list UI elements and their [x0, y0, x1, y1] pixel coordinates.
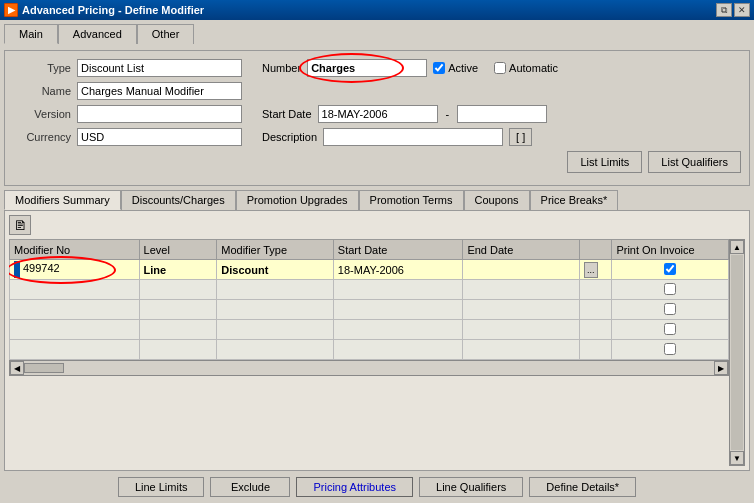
form-row-name: Name	[13, 82, 741, 100]
start-date-cell	[333, 280, 463, 300]
modifier-no-cell	[10, 340, 140, 360]
list-qualifiers-button[interactable]: List Qualifiers	[648, 151, 741, 173]
form-row-version: Version Start Date -	[13, 105, 741, 123]
list-limits-button[interactable]: List Limits	[567, 151, 642, 173]
window-body: Main Advanced Other Type Number Active A…	[0, 20, 754, 503]
print-invoice-checkbox[interactable]	[664, 303, 676, 315]
scroll-down-button[interactable]: ▼	[730, 451, 744, 465]
tab-promotion-upgrades[interactable]: Promotion Upgrades	[236, 190, 359, 210]
currency-label: Currency	[13, 131, 71, 143]
app-icon: ▶	[4, 3, 18, 17]
modifier-no-cell	[10, 280, 140, 300]
start-date-cell: 18-MAY-2006	[333, 260, 463, 280]
modifiers-table: Modifier No Level Modifier Type Start Da…	[9, 239, 729, 360]
end-date-cell	[463, 320, 580, 340]
col-header-dots	[580, 240, 612, 260]
tab-modifiers-summary[interactable]: Modifiers Summary	[4, 190, 121, 210]
exclude-button[interactable]: Exclude	[210, 477, 290, 497]
tab-advanced[interactable]: Advanced	[58, 24, 137, 44]
window-controls: ⧉ ✕	[716, 3, 750, 17]
start-date-label: Start Date	[262, 108, 312, 120]
dots-cell	[580, 300, 612, 320]
scroll-left-button[interactable]: ◀	[10, 361, 24, 375]
print-invoice-checkbox[interactable]	[664, 343, 676, 355]
vertical-scrollbar[interactable]: ▲ ▼	[729, 239, 745, 466]
modifier-no-value: 499742	[23, 262, 60, 274]
window-title: Advanced Pricing - Define Modifier	[22, 4, 204, 16]
table-area: 🖹 Modifier No Level Modifier Type Start …	[4, 210, 750, 471]
start-date-cell	[333, 340, 463, 360]
table-scroll: Modifier No Level Modifier Type Start Da…	[9, 239, 729, 466]
line-limits-button[interactable]: Line Limits	[118, 477, 205, 497]
level-cell	[139, 280, 217, 300]
modifier-no-cell: 499742	[10, 260, 140, 280]
scroll-thumb	[24, 363, 64, 373]
tab-coupons[interactable]: Coupons	[464, 190, 530, 210]
table-row[interactable]	[10, 300, 729, 320]
active-checkbox[interactable]	[433, 62, 445, 74]
automatic-checkbox[interactable]	[494, 62, 506, 74]
modifier-no-cell	[10, 300, 140, 320]
print-invoice-checkbox[interactable]	[664, 283, 676, 295]
col-header-print-invoice: Print On Invoice	[612, 240, 729, 260]
type-input[interactable]	[77, 59, 242, 77]
dots-cell	[580, 320, 612, 340]
table-row[interactable]	[10, 340, 729, 360]
line-qualifiers-button[interactable]: Line Qualifiers	[419, 477, 523, 497]
currency-input[interactable]	[77, 128, 242, 146]
bracket-button[interactable]: [ ]	[509, 128, 532, 146]
start-date-cell	[333, 300, 463, 320]
restore-button[interactable]: ⧉	[716, 3, 732, 17]
inner-tab-bar: Modifiers Summary Discounts/Charges Prom…	[4, 190, 750, 210]
start-date-input[interactable]	[318, 105, 438, 123]
form-row-type: Type Number Active Automatic	[13, 59, 741, 77]
scroll-up-button[interactable]: ▲	[730, 240, 744, 254]
number-input[interactable]	[307, 59, 427, 77]
horizontal-scrollbar[interactable]: ◀ ▶	[9, 360, 729, 376]
pricing-attributes-button[interactable]: Pricing Attributes	[296, 477, 413, 497]
col-header-modifier-type: Modifier Type	[217, 240, 334, 260]
description-label: Description	[262, 131, 317, 143]
table-row[interactable]	[10, 280, 729, 300]
table-row[interactable]	[10, 320, 729, 340]
modifier-type-cell	[217, 280, 334, 300]
table-row[interactable]: 499742LineDiscount18-MAY-2006...	[10, 260, 729, 280]
tab-price-breaks[interactable]: Price Breaks*	[530, 190, 619, 210]
level-cell: Line	[139, 260, 217, 280]
dots-cell: ...	[580, 260, 612, 280]
row-indicator	[14, 261, 20, 278]
toolbar-icon-button[interactable]: 🖹	[9, 215, 31, 235]
define-details-button[interactable]: Define Details*	[529, 477, 636, 497]
form-row-currency: Currency Description [ ]	[13, 128, 741, 146]
col-header-modifier-no: Modifier No	[10, 240, 140, 260]
scroll-right-button[interactable]: ▶	[714, 361, 728, 375]
level-cell	[139, 300, 217, 320]
close-button[interactable]: ✕	[734, 3, 750, 17]
end-date-input[interactable]	[457, 105, 547, 123]
tab-other[interactable]: Other	[137, 24, 195, 44]
dots-button[interactable]: ...	[584, 262, 598, 278]
tab-discounts-charges[interactable]: Discounts/Charges	[121, 190, 236, 210]
description-input[interactable]	[323, 128, 503, 146]
modifier-type-cell	[217, 340, 334, 360]
level-cell	[139, 340, 217, 360]
table-container: Modifier No Level Modifier Type Start Da…	[9, 239, 745, 466]
automatic-checkbox-label: Automatic	[494, 62, 558, 74]
modifier-type-cell	[217, 320, 334, 340]
print-invoice-checkbox[interactable]	[664, 323, 676, 335]
type-label: Type	[13, 62, 71, 74]
modifier-no-cell	[10, 320, 140, 340]
print-invoice-checkbox[interactable]	[664, 263, 676, 275]
version-label: Version	[13, 108, 71, 120]
tab-promotion-terms[interactable]: Promotion Terms	[359, 190, 464, 210]
col-header-start-date: Start Date	[333, 240, 463, 260]
tab-main[interactable]: Main	[4, 24, 58, 44]
version-input[interactable]	[77, 105, 242, 123]
print-invoice-cell	[612, 320, 729, 340]
name-input[interactable]	[77, 82, 242, 100]
number-wrapper	[307, 59, 427, 77]
date-separator: -	[446, 108, 450, 120]
scroll-thumb-v	[731, 255, 743, 450]
top-tab-bar: Main Advanced Other	[4, 24, 750, 44]
level-cell	[139, 320, 217, 340]
